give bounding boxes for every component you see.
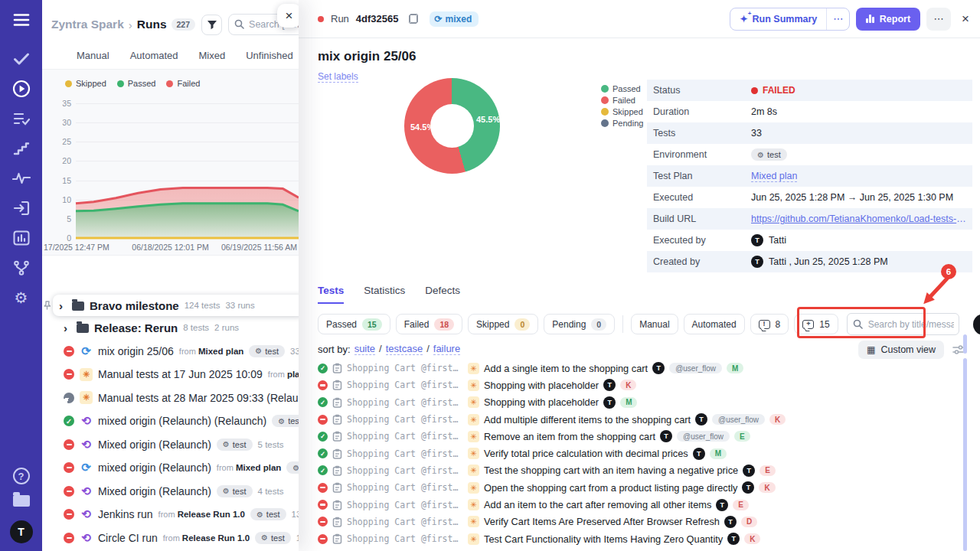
runs-tab[interactable]: Mixed [199,50,226,61]
test-row[interactable]: Shopping Cart @first… Add an item to the… [318,496,971,513]
type-filter-chips: Manual Automated [631,314,744,334]
scrollbar-thumb[interactable] [963,358,967,551]
run-list-item[interactable]: › Bravo milestone 124 tests 33 runs [53,295,299,316]
assignee-avatar[interactable]: T [973,314,980,335]
run-meta: 124 tests [185,301,220,310]
runs-tab[interactable]: Automated [130,50,178,61]
branch-icon[interactable] [12,259,31,277]
run-name: Release: Rerun [94,321,178,334]
status-filter-chip[interactable]: Skipped0 [468,314,538,334]
test-row[interactable]: Shopping Cart @first… Verify Cart Items … [318,514,971,530]
test-row[interactable]: Shopping Cart @first… Shopping with plac… [318,377,971,393]
detail-tab[interactable]: Defects [425,285,460,304]
breadcrumb-app[interactable]: Zyntra Spark [51,18,124,31]
menu-icon[interactable] [12,11,31,29]
run-list-item[interactable]: Jenkins run from Release Run 1.0 ⚙test 1… [42,503,299,527]
close-icon[interactable]: × [962,11,969,27]
sort-option-link[interactable]: suite [354,343,375,355]
run-list-item[interactable]: Mixed origin (Relaunch) ⚙test 4 tests [42,480,299,504]
test-title: Test the shopping cart with an item havi… [484,465,738,476]
sort-option-link[interactable]: failure [433,343,460,355]
help-icon[interactable]: ? [13,468,30,484]
test-row[interactable]: Shopping Cart @first… Remove an item fro… [318,428,971,445]
detail-tab[interactable]: Statistics [364,285,405,304]
test-title: Add multiple different items to the shop… [484,414,691,425]
run-summary-more-button[interactable]: ⋯ [826,8,849,30]
test-plan-link[interactable]: Mixed plan [751,171,797,182]
list-check-icon[interactable] [12,109,31,128]
comment-filter-chip[interactable]: !8 [750,314,789,334]
test-row[interactable]: Shopping Cart @first… Verify total price… [318,445,971,461]
test-title: Shopping with placeholder [484,380,599,391]
bar-chart-icon[interactable] [12,229,31,247]
run-list-item[interactable]: Mixed origin (Relaunch) ⚙test 5 tests [42,433,299,457]
run-detail-header: Run 4df32565 ⟳mixed ✦Run Summary ⋯ Repor… [299,0,980,38]
gear-icon: ⚙ [223,487,230,495]
custom-view-button[interactable]: ▦Custom view [858,341,944,359]
runs-tab[interactable]: Unfinished [246,50,292,61]
sign-in-icon[interactable] [12,199,31,217]
type-filter-chip[interactable]: Automated [684,314,745,334]
run-list-item[interactable]: Manual tests at 17 Jun 2025 10:09 from p… [42,363,299,386]
run-name: mix origin 25/06 [98,345,174,357]
scrollbar-thumb[interactable] [963,334,967,354]
test-row[interactable]: Shopping Cart @first… Add a single item … [318,360,971,377]
test-row[interactable]: Shopping Cart @first… Test the shopping … [318,462,971,479]
legend-item: Passed [601,84,643,93]
drawer-close-button[interactable]: × [277,4,299,28]
run-list-item[interactable]: Circle CI run from Release Run 1.0 ⚙test… [42,527,299,550]
test-row[interactable]: Shopping Cart @first… Add multiple diffe… [318,411,971,428]
test-row[interactable]: Shopping Cart @first… Shopping with plac… [318,394,971,411]
run-list-item[interactable]: mixed origin (Relaunch) from Mixed plan … [42,456,299,480]
folder-icon[interactable] [13,495,30,507]
run-meta: 33 runs [225,301,254,310]
run-summary-button[interactable]: ✦Run Summary [730,8,826,30]
type-filter-chip[interactable]: Manual [631,314,678,334]
test-row[interactable]: Shopping Cart @first… Open the shopping … [318,479,971,496]
run-id: 4df32565 [356,13,399,24]
comment-filter-chip[interactable]: +15 [794,314,838,334]
more-actions-button[interactable]: ⋯ [926,8,951,31]
steps-icon[interactable] [12,139,31,158]
runs-tab[interactable]: Manual [77,50,109,61]
sort-separator: / [426,343,430,355]
pulse-icon[interactable] [12,169,31,187]
run-list-item[interactable]: Manual tests at 28 Mar 2025 09:33 (Relau… [42,386,299,410]
chevron-right-icon[interactable]: › [59,299,67,312]
status-filter-chip[interactable]: Passed15 [318,314,390,334]
runs-history-chart: Skipped Passed Failed 0510152025303517/2… [42,69,299,256]
testcase-icon [332,465,342,476]
test-row[interactable]: Shopping Cart @first… Test Cart Function… [318,530,971,547]
user-avatar[interactable]: T [10,520,33,543]
legend-dot [601,85,609,93]
run-name: Jenkins run [98,508,153,520]
test-status-icon [318,534,328,544]
filter-button[interactable] [201,15,222,35]
play-circle-icon[interactable] [12,80,31,98]
run-list-item[interactable]: mixed origin (Relaunch) (Relaunch) ⚙test [42,409,299,433]
run-status-icon [64,462,74,473]
report-button[interactable]: Report [856,8,920,31]
milestone-badge: E [734,431,750,442]
copy-icon[interactable] [409,14,418,24]
gear-icon[interactable]: ⚙ [12,289,31,307]
status-filter-chip[interactable]: Pending0 [544,314,615,334]
test-status-icon [318,483,328,493]
sort-option-link[interactable]: testcase [386,343,423,355]
run-from: from Mixed plan [179,347,244,356]
chevron-right-icon[interactable]: › [64,321,71,334]
legend-dot [601,96,609,104]
check-icon[interactable] [12,50,31,68]
detail-tab[interactable]: Tests [318,285,344,304]
run-status-dot [318,16,324,22]
build-url-link[interactable]: https://github.com/TetianaKhomenko/Load-… [751,214,967,224]
run-list-item[interactable]: mix origin 25/06 from Mixed plan ⚙test 3… [42,340,299,364]
tests-search-input[interactable] [847,313,959,335]
failed-dot-icon [751,87,758,94]
testcase-icon [332,414,342,425]
breadcrumb-separator: › [129,18,132,31]
run-list-item[interactable]: › Release: Rerun 8 tests 2 runs [42,316,299,340]
run-name: Circle CI run [98,532,158,544]
status-filter-chip[interactable]: Failed18 [396,314,462,334]
annotation-number-badge: 6 [941,264,956,279]
